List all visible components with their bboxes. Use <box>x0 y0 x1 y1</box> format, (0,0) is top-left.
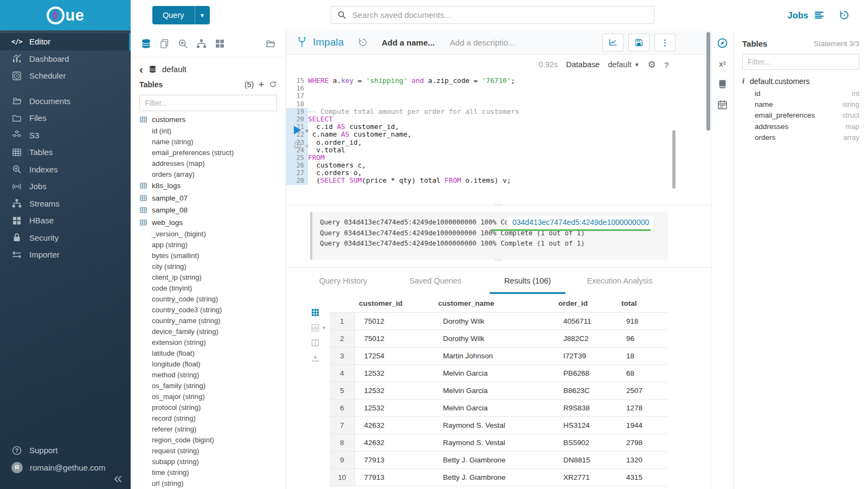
sidebar-item-streams[interactable]: Streams <box>0 195 131 213</box>
folder-open-icon[interactable] <box>265 38 276 49</box>
panel-scrollbar[interactable] <box>706 32 710 131</box>
sidebar-item-editor[interactable]: </>Editor <box>0 33 131 50</box>
tree-column[interactable]: subapp (string) <box>139 456 277 467</box>
table-row[interactable]: 412532Melvin GarciaPB626868 <box>330 365 668 382</box>
column-header-customer_name[interactable]: customer_name <box>434 294 554 313</box>
tree-column[interactable]: country_name (string) <box>139 316 277 326</box>
tree-column[interactable]: name (string) <box>139 137 277 147</box>
tree-column[interactable]: os_major (string) <box>139 391 277 402</box>
query-history-icon[interactable] <box>358 37 368 47</box>
new-query-label[interactable]: Query <box>152 6 195 24</box>
database-icon[interactable] <box>140 38 152 49</box>
settings-gear-icon[interactable]: ⚙ <box>648 60 656 69</box>
table-row[interactable]: 842632Raymond S. VestalBS59022798 <box>330 434 668 452</box>
right-column-id[interactable]: idint <box>742 88 859 99</box>
superscript-icon[interactable]: x² <box>717 58 728 69</box>
search-input[interactable] <box>351 10 648 20</box>
tree-column[interactable]: extension (string) <box>139 337 277 348</box>
sidebar-item-scheduler[interactable]: Scheduler <box>0 67 131 85</box>
table-row[interactable]: 175012Dorothy Wilk4056711918 <box>330 313 668 330</box>
code-line[interactable]: 28 (SELECT SUM(price * qty) total FROM o… <box>286 177 711 184</box>
run-options-caret[interactable]: ▼ <box>304 128 310 134</box>
code-line[interactable]: 26 customers c, <box>286 162 711 169</box>
new-query-button[interactable]: Query ▼ <box>152 6 210 24</box>
tab-execution-analysis[interactable]: Execution Analysis <box>574 268 666 294</box>
calendar-icon[interactable] <box>717 99 728 111</box>
database-name[interactable]: default <box>162 65 187 74</box>
tree-column[interactable]: client_ip (string) <box>139 272 277 283</box>
table-row[interactable]: 512532Melvin GarciaB8623C2507 <box>330 382 668 400</box>
tree-column[interactable]: id (int) <box>139 126 277 137</box>
sidebar-item-dashboard[interactable]: Dashboard <box>0 50 131 68</box>
tree-column[interactable]: addresses (map) <box>139 158 277 169</box>
info-icon[interactable]: i <box>742 76 744 86</box>
database-select[interactable]: default ▼ <box>608 60 639 69</box>
tree-table-sample_07[interactable]: sample_07 <box>139 192 277 204</box>
code-line[interactable]: 20SELECT <box>286 115 711 123</box>
tree-column[interactable]: city (string) <box>139 261 277 272</box>
query-name-field[interactable]: Add a name... <box>382 38 435 47</box>
right-column-name[interactable]: namestring <box>742 99 859 110</box>
tree-column[interactable]: time (string) <box>139 467 277 478</box>
tab-saved-queries[interactable]: Saved Queries <box>389 268 481 294</box>
resize-handle[interactable]: ⋯ <box>286 202 711 208</box>
tree-table-sample_08[interactable]: sample_08 <box>139 204 277 217</box>
tree-column[interactable]: protocol (string) <box>139 402 277 413</box>
table-row[interactable]: 275012Dorothy WilkJ882C296 <box>330 330 668 348</box>
copy-icon[interactable] <box>159 38 170 49</box>
apps-icon[interactable] <box>214 38 226 49</box>
query-description-field[interactable]: Add a descriptio... <box>450 38 515 47</box>
sidebar-item-jobs[interactable]: Jobs <box>0 178 131 195</box>
editor-scrollbar[interactable] <box>672 130 676 189</box>
active-table-row[interactable]: i default.customers <box>742 74 859 88</box>
code-line[interactable]: 21 c.id AS customer_id, <box>286 123 711 131</box>
tables-filter-input[interactable] <box>139 95 277 111</box>
back-chevron-icon[interactable]: ‹ <box>139 63 143 75</box>
tree-column[interactable]: record (string) <box>139 413 277 424</box>
table-row[interactable]: 317254Martin JohnsonI72T3918 <box>330 348 668 365</box>
history-icon[interactable] <box>839 10 850 21</box>
tree-column[interactable]: os_family (string) <box>139 381 277 391</box>
column-header-customer_id[interactable]: customer_id <box>355 294 434 313</box>
tree-column[interactable]: region_code (bigint) <box>139 435 277 446</box>
code-line[interactable]: 19-- Compute total amount per order for … <box>286 108 711 115</box>
column-header-total[interactable]: total <box>617 294 668 313</box>
sidebar-item-documents[interactable]: Documents <box>0 93 131 110</box>
tree-column[interactable]: email_preferences (struct) <box>139 147 277 158</box>
tree-column[interactable]: orders (array) <box>139 169 277 180</box>
tree-column[interactable]: bytes (smallint) <box>139 250 277 261</box>
tree-column[interactable]: country_code3 (string) <box>139 305 277 316</box>
right-column-orders[interactable]: ordersarray <box>742 132 859 143</box>
tab-query-history[interactable]: Query History <box>297 268 389 294</box>
columns-icon[interactable] <box>311 338 326 348</box>
presentation-caret[interactable]: ▼ <box>304 143 310 149</box>
tree-column[interactable]: method (string) <box>139 370 277 381</box>
tree-column[interactable]: device_family (string) <box>139 326 277 337</box>
run-query-button[interactable] <box>294 126 301 134</box>
sidebar-footer-romain-gethue-com[interactable]: Rromain@gethue.com <box>0 459 131 477</box>
code-line[interactable]: 16 <box>286 85 711 92</box>
collapse-sidebar-button[interactable]: « <box>114 471 122 486</box>
sidebar-item-hbase[interactable]: HBase <box>0 212 131 229</box>
table-row[interactable]: 1077913Betty J. GiambroneXR27714315 <box>330 469 668 486</box>
tree-column[interactable]: request (string) <box>139 446 277 456</box>
column-header-order_id[interactable]: order_id <box>554 294 617 313</box>
add-table-button[interactable]: + <box>259 80 264 89</box>
right-filter-input[interactable] <box>742 54 859 70</box>
chart-button[interactable] <box>602 34 623 52</box>
code-line[interactable]: 22 c.name AS customer_name, <box>286 131 711 138</box>
sidebar-item-indexes[interactable]: Indexes <box>0 161 131 178</box>
sidebar-item-files[interactable]: Files <box>0 110 131 127</box>
tree-column[interactable]: longitude (float) <box>139 359 277 370</box>
chart-icon[interactable]: ▼ <box>311 323 326 332</box>
document-search[interactable] <box>331 6 654 24</box>
resize-handle[interactable]: ⋯ <box>286 258 711 263</box>
tree-table-customers[interactable]: customers <box>139 113 277 126</box>
tree-column[interactable]: referer (string) <box>139 424 277 435</box>
code-line[interactable]: 25FROM <box>286 154 711 162</box>
code-line[interactable]: 24 v.total <box>286 146 711 154</box>
table-row[interactable]: 612532Melvin GarciaR9S8381278 <box>330 400 668 417</box>
tree-column[interactable]: app (string) <box>139 240 277 250</box>
new-query-caret[interactable]: ▼ <box>195 6 210 24</box>
sidebar-item-security[interactable]: Security <box>0 229 131 247</box>
